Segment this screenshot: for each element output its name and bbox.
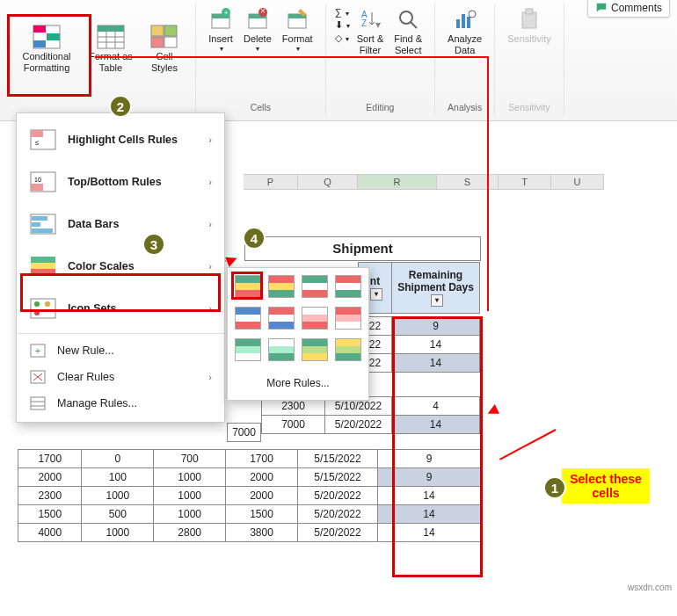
table-row: 2214 (359, 354, 480, 373)
cell-styles-label: Cell Styles (151, 51, 178, 74)
col-P[interactable]: P (244, 175, 298, 190)
svg-rect-41 (32, 216, 47, 221)
arrow-top-h (95, 56, 489, 58)
svg-rect-45 (31, 263, 55, 269)
menu-separator (17, 333, 224, 334)
step-1-badge: 1 (543, 476, 566, 499)
format-table-label: Format as Table (89, 51, 133, 74)
color-scales-submenu: More Rules... (227, 267, 369, 401)
svg-point-31 (469, 11, 476, 18)
svg-text:+: + (35, 345, 40, 356)
data-bars-icon (29, 212, 57, 236)
format-table-icon (97, 25, 125, 49)
sort-filter-icon: AZ (358, 7, 382, 32)
svg-text:≤: ≤ (35, 139, 40, 147)
col-Q[interactable]: Q (298, 175, 358, 190)
cell-styles-button[interactable]: Cell Styles (141, 21, 188, 77)
menu-new-rule[interactable]: + New Rule... (17, 337, 224, 364)
delete-button[interactable]: × Delete▾ (238, 4, 277, 56)
scale-wg[interactable] (268, 338, 295, 361)
svg-rect-35 (31, 130, 43, 137)
scale-wr[interactable] (302, 307, 328, 330)
col-T[interactable]: T (499, 175, 551, 190)
svg-rect-30 (467, 17, 470, 28)
col-U[interactable]: U (551, 175, 604, 190)
find-select-button[interactable]: Find & Select (389, 4, 427, 60)
format-icon (285, 7, 309, 32)
delete-label: Delete (244, 33, 272, 45)
clear-rules-icon (29, 369, 47, 385)
group-sensitivity-label: Sensitivity (508, 102, 550, 112)
scale-bwr[interactable] (235, 307, 261, 330)
new-rule-icon: + (29, 343, 47, 359)
svg-rect-2 (47, 33, 60, 40)
analyze-data-button[interactable]: Analyze Data (442, 4, 487, 60)
sort-filter-button[interactable]: AZ Sort & Filter (352, 4, 389, 60)
svg-rect-33 (526, 9, 533, 14)
table-row: 2214 (359, 336, 480, 354)
step-2-badge: 2 (109, 95, 132, 118)
filter-button[interactable]: ▾ (370, 288, 382, 301)
insert-button[interactable]: + Insert▾ (203, 4, 238, 56)
conditional-formatting-menu: ≤ Highlight Cells Rules › 10 Top/Bottom … (16, 112, 225, 423)
table-row: 229 (359, 317, 480, 336)
scale-gwr[interactable] (302, 275, 328, 298)
scale-yg[interactable] (335, 338, 361, 361)
comments-label: Comments (611, 2, 662, 14)
autosum-button[interactable]: ∑ ▾ (335, 7, 350, 18)
table-partial-2: 23005/10/20224 70005/20/202214 (261, 396, 480, 434)
menu-manage-rules[interactable]: Manage Rules... (17, 390, 224, 417)
table-row: 1700070017005/15/20229 (18, 450, 481, 468)
svg-rect-28 (456, 19, 460, 28)
svg-text:×: × (260, 7, 266, 16)
scale-gyr[interactable] (235, 275, 261, 298)
svg-rect-3 (33, 40, 46, 47)
col-R[interactable]: R (358, 175, 437, 190)
menu-clear-rules[interactable]: Clear Rules › (17, 364, 224, 390)
chevron-right-icon: › (208, 372, 212, 382)
svg-rect-46 (31, 269, 55, 276)
chevron-right-icon: › (208, 303, 212, 314)
menu-iconsets-label: Icon Sets (68, 302, 198, 315)
scale-gw[interactable] (235, 338, 261, 361)
menu-highlight-label: Highlight Cells Rules (68, 134, 198, 146)
more-rules-button[interactable]: More Rules... (235, 373, 361, 393)
conditional-formatting-button[interactable]: Conditional Formatting (12, 21, 81, 77)
insert-icon: + (208, 7, 233, 32)
menu-top-bottom[interactable]: 10 Top/Bottom Rules › (17, 161, 224, 203)
menu-color-scales[interactable]: Color Scales › (17, 245, 224, 287)
chevron-right-icon: › (208, 261, 212, 272)
scale-ryg[interactable] (268, 275, 295, 298)
arrow-1 (499, 429, 557, 460)
chevron-right-icon: › (208, 134, 212, 145)
svg-rect-38 (31, 184, 43, 191)
menu-highlight-cells[interactable]: ≤ Highlight Cells Rules › (17, 119, 224, 161)
arrow-1-head (485, 404, 499, 418)
menu-data-bars[interactable]: Data Bars › (17, 203, 224, 245)
format-button[interactable]: Format▾ (277, 4, 318, 56)
svg-rect-43 (32, 228, 53, 233)
comment-icon (595, 2, 608, 14)
fill-button[interactable]: ⬇ ▾ (335, 19, 350, 31)
conditional-formatting-icon (33, 25, 61, 49)
svg-point-26 (400, 11, 412, 24)
menu-icon-sets[interactable]: Icon Sets › (17, 287, 224, 330)
scale-rwg[interactable] (335, 275, 361, 298)
chevron-right-icon: › (208, 177, 212, 187)
scale-rwb[interactable] (268, 307, 295, 330)
menu-newrule-label: New Rule... (57, 344, 212, 357)
select-cells-annotation: Select these cells (562, 468, 650, 504)
format-as-table-button[interactable]: Format as Table (83, 21, 139, 77)
svg-rect-32 (522, 12, 536, 28)
find-select-label: Find & Select (394, 33, 422, 56)
sensitivity-icon (517, 7, 542, 32)
filter-button[interactable]: ▾ (431, 294, 443, 307)
scale-rw[interactable] (335, 307, 361, 330)
clear-button[interactable]: ◇ ▾ (335, 33, 350, 44)
col-S[interactable]: S (437, 175, 499, 190)
table-header-right: nt▾ Remaining Shipment Days▾ (358, 262, 480, 314)
menu-manage-label: Manage Rules... (57, 397, 212, 409)
comments-button[interactable]: Comments (587, 0, 670, 18)
scale-gy[interactable] (302, 338, 328, 361)
chevron-right-icon: › (208, 219, 212, 229)
